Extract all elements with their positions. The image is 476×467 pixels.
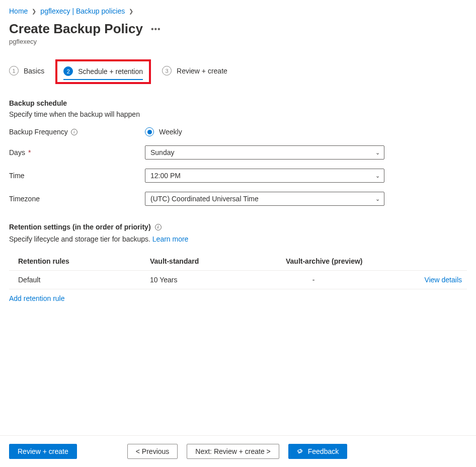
timezone-label: Timezone — [9, 195, 40, 203]
step-number: 1 — [9, 66, 19, 75]
backup-schedule-desc: Specify time when the backup will happen — [9, 110, 467, 118]
cell-vault-standard: 10 Years — [150, 276, 286, 284]
feedback-button[interactable]: Feedback — [288, 444, 347, 459]
step-schedule-retention[interactable]: 2 Schedule + retention — [63, 66, 143, 78]
page-title: Create Backup Policy — [9, 21, 143, 37]
table-row: Default 10 Years - View details — [9, 271, 467, 289]
step-basics[interactable]: 1 Basics — [9, 66, 44, 77]
backup-schedule-heading: Backup schedule — [9, 99, 467, 107]
breadcrumb-home[interactable]: Home — [9, 7, 28, 15]
more-icon[interactable]: ••• — [151, 25, 161, 34]
chevron-down-icon: ⌄ — [375, 196, 380, 202]
retention-desc: Specify lifecycle and storage tier for b… — [9, 235, 152, 243]
step-review-create[interactable]: 3 Review + create — [162, 66, 227, 77]
retention-table: Retention rules Vault-standard Vault-arc… — [9, 252, 467, 289]
days-select[interactable]: Sunday ⌄ — [145, 145, 384, 160]
breadcrumb: Home ❯ pgflexecy | Backup policies ❯ — [9, 7, 467, 15]
megaphone-icon — [297, 448, 304, 455]
chevron-down-icon: ⌄ — [375, 149, 380, 156]
cell-vault-archive: - — [286, 276, 412, 284]
cell-rule-name: Default — [9, 276, 150, 284]
time-label: Time — [9, 172, 25, 180]
days-label: Days — [9, 148, 25, 157]
col-vault-archive: Vault-archive (preview) — [286, 257, 412, 265]
learn-more-link[interactable]: Learn more — [152, 235, 189, 243]
col-vault-standard: Vault-standard — [150, 257, 286, 265]
chevron-down-icon: ⌄ — [375, 173, 380, 179]
time-value: 12:00 PM — [150, 172, 181, 180]
step-label: Review + create — [177, 67, 227, 75]
page-subtitle: pgflexecy — [9, 38, 467, 45]
frequency-weekly-label: Weekly — [159, 128, 182, 136]
review-create-button[interactable]: Review + create — [9, 444, 77, 459]
view-details-link[interactable]: View details — [425, 276, 462, 284]
required-asterisk: * — [28, 148, 31, 157]
col-retention-rules: Retention rules — [9, 257, 150, 265]
days-value: Sunday — [150, 148, 174, 157]
timezone-select[interactable]: (UTC) Coordinated Universal Time ⌄ — [145, 192, 384, 206]
info-icon[interactable]: i — [155, 224, 162, 230]
step-label: Basics — [24, 67, 44, 75]
time-select[interactable]: 12:00 PM ⌄ — [145, 169, 384, 183]
frequency-weekly-radio[interactable] — [145, 127, 154, 136]
chevron-right-icon: ❯ — [129, 8, 133, 15]
add-retention-rule-link[interactable]: Add retention rule — [9, 294, 467, 302]
chevron-right-icon: ❯ — [32, 8, 36, 15]
backup-frequency-label: Backup Frequency — [9, 128, 68, 136]
step-number: 3 — [162, 66, 172, 75]
info-icon[interactable]: i — [71, 129, 77, 135]
step-number: 2 — [63, 66, 73, 76]
feedback-label: Feedback — [308, 447, 339, 455]
next-button[interactable]: Next: Review + create > — [187, 444, 279, 459]
retention-heading: Retention settings (in the order of prio… — [9, 223, 151, 231]
wizard-footer: Review + create < Previous Next: Review … — [0, 435, 476, 467]
previous-button[interactable]: < Previous — [127, 444, 178, 459]
wizard-steps: 1 Basics 2 Schedule + retention 3 Review… — [9, 59, 467, 84]
breadcrumb-policies[interactable]: pgflexecy | Backup policies — [40, 7, 125, 15]
highlight-box: 2 Schedule + retention — [55, 59, 151, 84]
step-label: Schedule + retention — [78, 67, 143, 75]
timezone-value: (UTC) Coordinated Universal Time — [150, 195, 259, 203]
